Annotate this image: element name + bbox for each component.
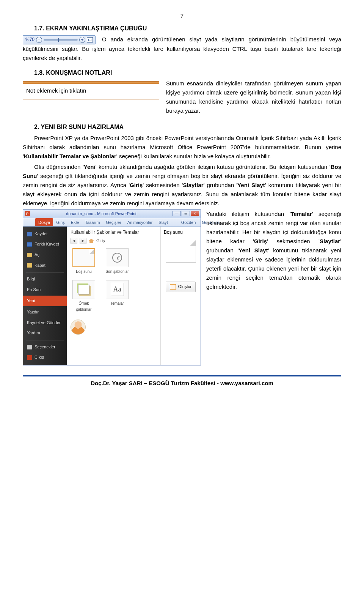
t-bold: Giriş — [130, 182, 143, 188]
notes-placeholder[interactable]: Not eklemek için tıklatın — [23, 84, 159, 99]
t-bold: Temalar — [290, 211, 312, 217]
menu-close[interactable]: Kapat — [23, 260, 67, 271]
options-icon — [27, 345, 32, 350]
create-button[interactable]: Oluştur — [166, 282, 196, 292]
save-as-icon — [27, 242, 32, 247]
page-number: 7 — [23, 11, 341, 20]
page-footer: Doç.Dr. Yaşar SARI – ESOGÜ Turizm Fakült… — [23, 375, 341, 388]
close-icon[interactable]: ✕ — [191, 211, 199, 216]
create-icon — [170, 284, 176, 290]
save-icon — [27, 232, 32, 236]
zoom-slider[interactable] — [44, 39, 78, 41]
nav-home-icon[interactable] — [89, 239, 94, 243]
menu-new[interactable]: Yeni — [23, 296, 67, 306]
stack-icon — [78, 285, 89, 294]
menu-info[interactable]: Bilgi — [23, 274, 67, 285]
t: ' komutu tıklandığında aşağıda görülen i… — [96, 164, 331, 170]
para-2-2: Ofis düğmesinden 'Yeni' komutu tıklandığ… — [23, 162, 341, 208]
t-bold: Giriş — [254, 238, 267, 244]
themes-icon: Aa — [111, 283, 124, 296]
t-bold: Yeni Slayt — [238, 247, 268, 253]
preview-thumbnail — [166, 240, 196, 263]
templates-heading: Kullanılabilir Şablonlar ve Temalar — [71, 229, 157, 236]
t: ' sekmesinden ' — [143, 182, 183, 188]
t: Yandaki iletişim kutusundan ' — [206, 211, 290, 217]
tile-sample-templates[interactable]: Örnek şablonlar — [71, 280, 97, 313]
t-bold: Yeni Slayt — [237, 182, 265, 188]
t-bold: Slaytlar — [183, 182, 203, 188]
tab-file[interactable]: Dosya — [35, 218, 53, 226]
pp-and-text-wrap: P donanim_sunu - Microsoft PowerPoint — … — [23, 209, 341, 368]
zoom-in-icon[interactable]: + — [79, 37, 85, 43]
tab-animations[interactable]: Animasyonlar — [124, 218, 156, 226]
zoom-percent-label: %70 — [25, 36, 35, 43]
t: ' sekmesinden ' — [267, 238, 320, 244]
nav-back-icon[interactable]: ◄ — [71, 238, 77, 244]
t-bold: Slaytlar — [320, 238, 340, 244]
para-2-1: PowerPoint XP ya da PowerPoint 2003 gibi… — [23, 134, 341, 161]
pp-window-title: donanim_sunu - Microsoft PowerPoint — [30, 211, 173, 217]
pp-ribbon-tabs: Dosya Giriş Ekle Tasarım Geçişler Animas… — [23, 218, 201, 227]
tile-blank[interactable]: Boş sunu — [71, 248, 97, 275]
tab-transitions[interactable]: Geçişler — [103, 218, 124, 226]
minimize-icon[interactable]: — — [173, 211, 181, 216]
t: ' seçeneği kullanılarak sunular hızla ve… — [116, 153, 271, 159]
notes-pane[interactable]: Not eklemek için tıklatın — [23, 81, 159, 99]
preview-heading: Boş sunu — [164, 229, 198, 236]
menu-recent[interactable]: En Son — [23, 285, 67, 295]
clock-icon — [112, 253, 122, 263]
menu-save[interactable]: Kaydet — [23, 229, 67, 239]
tab-review[interactable]: Gözden Geçir — [178, 218, 199, 226]
menu-print[interactable]: Yazdır — [23, 307, 67, 318]
t-bold: Kullanılabilir Temalar ve Şablonlar — [24, 153, 116, 159]
heading-2: 2. YENİ BİR SUNU HAZIRLAMA — [23, 122, 341, 132]
folder-open-icon — [27, 253, 32, 257]
menu-send[interactable]: Kaydet ve Gönder — [23, 318, 67, 328]
para-1-8: Sunum esnasında dinleyiciler tarafından … — [166, 79, 341, 115]
tab-home[interactable]: Giriş — [53, 218, 68, 226]
para-1-7: %70 − + O anda ekranda görüntülenen slay… — [23, 35, 341, 63]
tile-recent-templates[interactable]: Son şablonlar — [104, 248, 130, 275]
menu-options[interactable]: Seçenekler — [23, 342, 67, 353]
tile-themes[interactable]: Aa Temalar — [104, 280, 130, 313]
tab-insert[interactable]: Ekle — [68, 218, 82, 226]
tab-design[interactable]: Tasarım — [82, 218, 103, 226]
zoom-out-icon[interactable]: − — [36, 37, 42, 43]
menu-exit[interactable]: Çıkış — [23, 352, 67, 363]
nav-breadcrumb: Giriş — [96, 238, 105, 244]
exit-icon — [27, 355, 32, 360]
folder-icon — [27, 263, 32, 268]
user-avatar-icon — [71, 320, 86, 335]
menu-help[interactable]: Yardım — [23, 328, 67, 339]
powerpoint-app-icon: P — [25, 211, 30, 216]
templates-panel: Kullanılabilir Şablonlar ve Temalar ◄ ► … — [67, 227, 161, 365]
file-menu: Kaydet Farklı Kaydet Aç Kapat Bilgi En S… — [23, 227, 67, 365]
t: Ofis düğmesinden ' — [34, 164, 84, 170]
menu-save-as[interactable]: Farklı Kaydet — [23, 239, 67, 250]
preview-panel: Boş sunu Oluştur — [161, 227, 201, 365]
t: ' grubundan ' — [204, 182, 237, 188]
heading-1-8: 1.8. KONUŞMACI NOTLARI — [23, 68, 341, 78]
menu-open[interactable]: Aç — [23, 250, 67, 260]
tab-slideshow[interactable]: Slayt Gösterisi — [155, 218, 178, 226]
powerpoint-window: P donanim_sunu - Microsoft PowerPoint — … — [23, 209, 201, 365]
zoom-bar[interactable]: %70 − + — [23, 35, 96, 44]
pp-titlebar: P donanim_sunu - Microsoft PowerPoint — … — [23, 210, 201, 218]
heading-1-7: 1.7. EKRAN YAKINLAŞTIRMA ÇUBUĞU — [23, 24, 341, 33]
zoom-fit-icon[interactable] — [87, 37, 93, 43]
nav-forward-icon[interactable]: ► — [80, 238, 86, 244]
maximize-icon[interactable]: ▭ — [182, 211, 190, 216]
t-bold: Yeni — [84, 164, 96, 170]
